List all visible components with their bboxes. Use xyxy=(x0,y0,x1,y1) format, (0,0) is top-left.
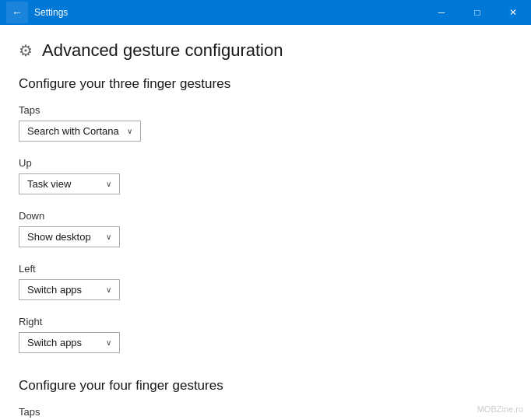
right-dropdown-value: Switch apps xyxy=(27,337,82,348)
down-dropdown[interactable]: Show desktop ∨ xyxy=(19,226,120,247)
down-field-group: Down Show desktop ∨ xyxy=(19,210,512,260)
up-dropdown-chevron: ∨ xyxy=(106,180,111,188)
four-finger-section-title: Configure your four finger gestures xyxy=(19,378,512,394)
left-field-group: Left Switch apps ∨ xyxy=(19,263,512,313)
four-finger-section: Configure your four finger gestures Taps… xyxy=(19,378,512,420)
left-label: Left xyxy=(19,263,512,275)
maximize-button[interactable]: □ xyxy=(459,0,495,25)
taps-dropdown[interactable]: Search with Cortana ∨ xyxy=(19,121,141,142)
four-taps-label: Taps xyxy=(19,406,512,418)
taps-field-group: Taps Search with Cortana ∨ xyxy=(19,104,512,154)
right-dropdown[interactable]: Switch apps ∨ xyxy=(19,332,120,353)
back-icon: ← xyxy=(12,6,23,19)
right-field-group: Right Switch apps ∨ xyxy=(19,316,512,366)
left-dropdown-value: Switch apps xyxy=(27,284,82,296)
gear-icon: ⚙ xyxy=(19,41,33,60)
down-label: Down xyxy=(19,210,512,222)
page-title: Advanced gesture configuration xyxy=(42,40,283,61)
back-button[interactable]: ← xyxy=(6,2,28,23)
titlebar: ← Settings ─ □ ✕ xyxy=(0,0,531,25)
three-finger-section-title: Configure your three finger gestures xyxy=(19,76,512,92)
taps-dropdown-chevron: ∨ xyxy=(127,127,132,135)
page-header: ⚙ Advanced gesture configuration xyxy=(19,40,512,61)
main-content: ⚙ Advanced gesture configuration Configu… xyxy=(0,25,531,420)
down-dropdown-value: Show desktop xyxy=(27,231,91,243)
up-label: Up xyxy=(19,157,512,169)
taps-label: Taps xyxy=(19,104,512,116)
left-dropdown-chevron: ∨ xyxy=(106,285,111,294)
titlebar-controls: ─ □ ✕ xyxy=(424,0,531,25)
three-finger-section: Configure your three finger gestures Tap… xyxy=(19,76,512,366)
titlebar-title: Settings xyxy=(34,7,68,18)
down-dropdown-chevron: ∨ xyxy=(106,233,111,241)
four-taps-field-group: Taps Action Center ∨ xyxy=(19,406,512,420)
up-dropdown[interactable]: Task view ∨ xyxy=(19,173,120,194)
taps-dropdown-value: Search with Cortana xyxy=(27,125,119,137)
up-field-group: Up Task view ∨ xyxy=(19,157,512,207)
right-dropdown-chevron: ∨ xyxy=(106,338,111,347)
titlebar-left: ← Settings xyxy=(6,2,68,23)
left-dropdown[interactable]: Switch apps ∨ xyxy=(19,279,120,300)
minimize-button[interactable]: ─ xyxy=(424,0,459,25)
watermark: MOBZine.ro xyxy=(477,404,523,414)
close-button[interactable]: ✕ xyxy=(495,0,531,25)
right-label: Right xyxy=(19,316,512,327)
up-dropdown-value: Task view xyxy=(27,178,71,190)
